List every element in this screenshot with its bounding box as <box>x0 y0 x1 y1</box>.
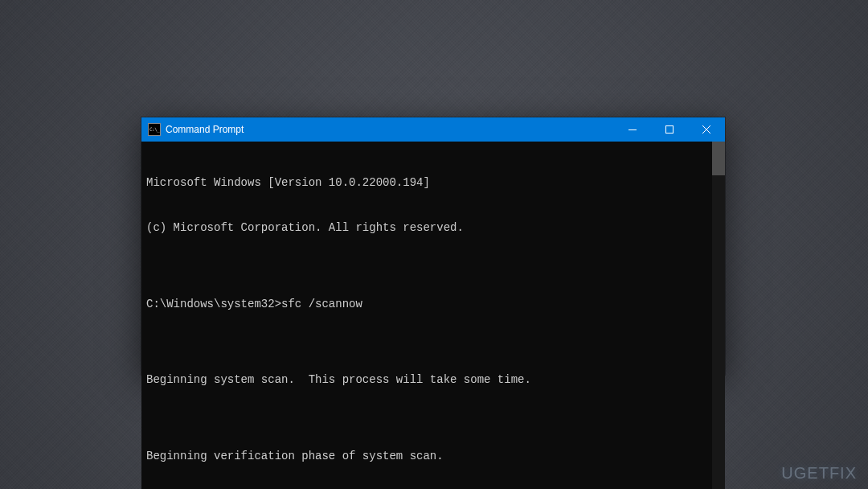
terminal-line: (c) Microsoft Corporation. All rights re… <box>146 220 707 236</box>
scrollbar-thumb[interactable] <box>712 142 725 175</box>
terminal-line: Beginning verification phase of system s… <box>146 449 707 464</box>
maximize-button[interactable] <box>651 117 688 142</box>
watermark-text: UGETFIX <box>781 464 857 482</box>
watermark-logo: UGETFIX <box>781 464 857 483</box>
terminal-line: Beginning system scan. This process will… <box>146 372 707 388</box>
app-icon: C:\_ <box>148 123 161 136</box>
close-icon <box>702 125 710 134</box>
terminal-line: C:\Windows\system32>sfc /scannow <box>146 297 707 312</box>
window-title: Command Prompt <box>166 124 244 135</box>
svg-rect-0 <box>628 129 637 130</box>
maximize-icon <box>665 125 674 134</box>
svg-rect-1 <box>666 126 674 134</box>
minimize-icon <box>628 129 637 130</box>
terminal-output[interactable]: Microsoft Windows [Version 10.0.22000.19… <box>141 142 712 489</box>
vertical-scrollbar[interactable] <box>712 142 725 489</box>
app-icon-glyph: C:\_ <box>149 127 159 132</box>
terminal-line: Microsoft Windows [Version 10.0.22000.19… <box>146 175 707 191</box>
titlebar[interactable]: C:\_ Command Prompt <box>141 117 725 142</box>
close-button[interactable] <box>688 117 725 142</box>
terminal-body: Microsoft Windows [Version 10.0.22000.19… <box>141 142 725 489</box>
command-prompt-window: C:\_ Command Prompt Microsoft Windows [V… <box>141 117 725 375</box>
minimize-button[interactable] <box>614 117 651 142</box>
